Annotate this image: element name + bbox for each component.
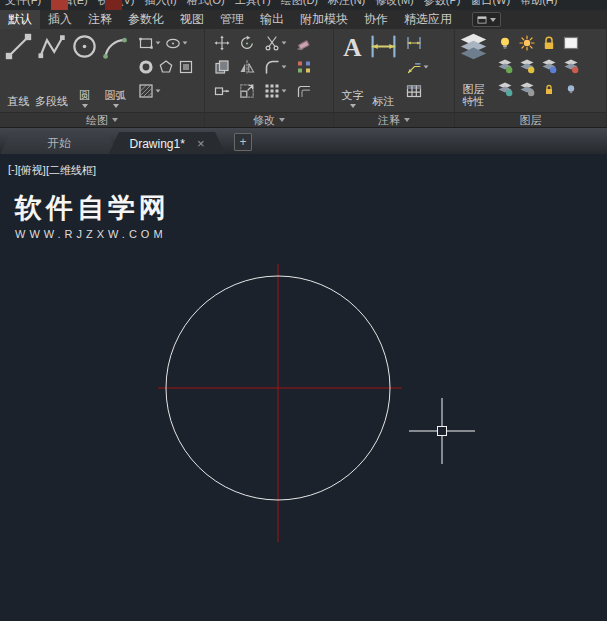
menu-item[interactable]: 帮助(H) bbox=[515, 0, 562, 9]
line-icon bbox=[4, 32, 33, 61]
menu-item[interactable]: 绘图(D) bbox=[276, 0, 323, 9]
ribbon-tab[interactable]: 协作 bbox=[356, 10, 396, 29]
leader-icon bbox=[406, 59, 422, 75]
mlayer-blue-icon bbox=[541, 58, 557, 74]
locksm-button[interactable] bbox=[538, 80, 560, 98]
close-icon[interactable]: × bbox=[197, 137, 205, 150]
mlayer-gray-button[interactable] bbox=[516, 80, 538, 98]
hatch-button[interactable] bbox=[136, 82, 163, 100]
bulb-icon bbox=[497, 35, 513, 51]
rect-button[interactable] bbox=[136, 34, 163, 52]
menu-item[interactable]: 标注(N) bbox=[323, 0, 370, 9]
mlayer-blue-button[interactable] bbox=[538, 57, 560, 75]
panel-label-modify[interactable]: 修改 bbox=[205, 112, 333, 127]
donut-button[interactable] bbox=[136, 58, 156, 76]
button-label: 文字 bbox=[342, 89, 364, 102]
table-button[interactable] bbox=[404, 82, 424, 100]
mlayer-cyan-button[interactable] bbox=[494, 80, 516, 98]
polygon-button[interactable] bbox=[156, 58, 176, 76]
menu-item[interactable]: 参数(P) bbox=[419, 0, 466, 9]
circle-button[interactable]: 圆 bbox=[69, 30, 100, 108]
autocad-window: 文件(F)编辑(E)视图(V)插入(I)格式(O)工具(T)绘图(D)标注(N)… bbox=[0, 0, 607, 621]
swatch-button[interactable] bbox=[560, 34, 582, 52]
stretch-button[interactable] bbox=[210, 82, 235, 100]
viewport-control[interactable]: [俯视] bbox=[18, 163, 46, 178]
crosshair-cursor bbox=[409, 398, 475, 464]
drawing-canvas[interactable]: [-][俯视][二维线框] 软件自学网 WWW.RJZXW.COM bbox=[0, 154, 607, 621]
chevron-down-icon bbox=[183, 41, 188, 44]
chevron-down-icon bbox=[156, 89, 161, 92]
file-tab-label: Drawing1* bbox=[130, 137, 185, 151]
bulb-button[interactable] bbox=[494, 34, 516, 52]
menu-item[interactable]: 文件(F) bbox=[0, 0, 46, 9]
trim-icon bbox=[264, 35, 280, 51]
menu-item[interactable]: 工具(T) bbox=[230, 0, 276, 9]
explode-button[interactable] bbox=[292, 58, 317, 76]
menubar-highlight bbox=[51, 0, 68, 10]
ribbon-tab[interactable]: 管理 bbox=[212, 10, 252, 29]
offset-button[interactable] bbox=[292, 82, 317, 100]
text-button[interactable]: A文字 bbox=[337, 30, 368, 108]
lock-button[interactable] bbox=[538, 34, 560, 52]
viewport-control[interactable]: [二维线框] bbox=[46, 163, 96, 178]
line-button[interactable]: 直线 bbox=[3, 30, 34, 108]
panel-label-text: 图层 bbox=[520, 113, 542, 128]
erase-button[interactable] bbox=[292, 34, 317, 52]
menu-item[interactable]: 插入(I) bbox=[139, 0, 181, 9]
mirror-icon bbox=[239, 59, 255, 75]
ribbon-tab[interactable]: 输出 bbox=[252, 10, 292, 29]
ribbon-tab[interactable]: 附加模块 bbox=[292, 10, 356, 29]
ribbon-tab[interactable]: 默认 bbox=[0, 10, 40, 29]
ribbon-tab[interactable]: 视图 bbox=[172, 10, 212, 29]
viewport-control[interactable]: [-] bbox=[8, 163, 18, 178]
leader-button[interactable] bbox=[404, 58, 431, 76]
panel-label-draw[interactable]: 绘图 bbox=[0, 112, 204, 127]
mlayer-red-button[interactable] bbox=[560, 57, 582, 75]
file-tab-Drawing1[interactable]: Drawing1*× bbox=[108, 132, 226, 155]
fillet-button[interactable] bbox=[260, 58, 292, 76]
sun-icon bbox=[519, 35, 535, 51]
new-drawing-button[interactable]: + bbox=[234, 133, 252, 151]
ribbon-tab[interactable]: 精选应用 bbox=[396, 10, 460, 29]
region-button[interactable] bbox=[176, 58, 196, 76]
array-button[interactable] bbox=[260, 82, 292, 100]
copy-button[interactable] bbox=[210, 58, 235, 76]
panel-label-text: 注释 bbox=[378, 113, 400, 128]
sun-button[interactable] bbox=[516, 34, 538, 52]
mlayer-yellow-button[interactable] bbox=[516, 57, 538, 75]
svg-text:A: A bbox=[343, 33, 362, 61]
ribbon-tab[interactable]: 插入 bbox=[40, 10, 80, 29]
bulbsm-button[interactable] bbox=[560, 80, 582, 98]
panel-label-layers[interactable]: 图层 bbox=[455, 112, 606, 127]
ribbon-tab[interactable]: 注释 bbox=[80, 10, 120, 29]
chevron-down-icon bbox=[282, 41, 287, 44]
mirror-button[interactable] bbox=[235, 58, 260, 76]
ribbon-tabs: 默认插入注释参数化视图管理输出附加模块协作精选应用 bbox=[0, 10, 460, 29]
panel-label-annotate[interactable]: 注释 bbox=[334, 112, 454, 127]
menu-item[interactable]: 修改(M) bbox=[370, 0, 419, 9]
move-button[interactable] bbox=[210, 34, 235, 52]
ribbon: 直线多段线圆圆弧 绘图 修改 A文字标注 注释 图层特性 图层 bbox=[0, 29, 607, 127]
ribbon-panel-layers: 图层特性 图层 bbox=[455, 29, 607, 127]
menu-item[interactable]: 格式(O) bbox=[182, 0, 230, 9]
ribbon-display-toggle[interactable] bbox=[472, 12, 501, 27]
trim-button[interactable] bbox=[260, 34, 292, 52]
watermark: 软件自学网 WWW.RJZXW.COM bbox=[15, 190, 170, 240]
polyline-button[interactable]: 多段线 bbox=[34, 30, 69, 108]
ellipse-button[interactable] bbox=[163, 34, 190, 52]
chevron-down-icon bbox=[82, 104, 88, 108]
menu-item[interactable]: 窗口(W) bbox=[465, 0, 515, 9]
swatch-icon bbox=[563, 35, 579, 51]
arc-button[interactable]: 圆弧 bbox=[100, 30, 131, 108]
mlayer-green-button[interactable] bbox=[494, 57, 516, 75]
dimlinear-button[interactable] bbox=[404, 34, 424, 52]
layers-button[interactable]: 图层特性 bbox=[458, 30, 489, 108]
button-label: 圆弧 bbox=[105, 89, 127, 102]
ribbon-tab[interactable]: 参数化 bbox=[120, 10, 172, 29]
dim-button[interactable]: 标注 bbox=[368, 30, 399, 108]
rotate-button[interactable] bbox=[235, 34, 260, 52]
rect-icon bbox=[138, 35, 154, 51]
file-tab-开始[interactable]: 开始 bbox=[0, 132, 118, 155]
scale-button[interactable] bbox=[235, 82, 260, 100]
button-label: 圆 bbox=[79, 89, 90, 102]
